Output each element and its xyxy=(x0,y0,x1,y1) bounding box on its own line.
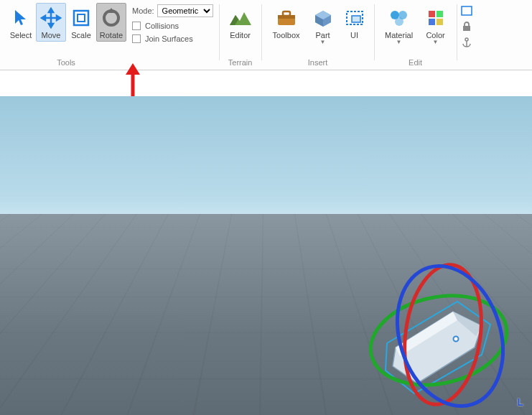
rotate-gizmo[interactable] xyxy=(345,240,518,412)
svg-rect-27 xyxy=(463,26,470,31)
checkbox-icon xyxy=(132,22,141,30)
checkbox-icon xyxy=(132,34,141,43)
svg-marker-5 xyxy=(57,16,60,20)
toolbox-button[interactable]: Toolbox xyxy=(266,3,307,42)
svg-rect-26 xyxy=(462,6,472,15)
group-overflow xyxy=(459,3,473,49)
tool-options: Mode: Geometric Collisions Join Surfaces xyxy=(129,3,218,43)
svg-rect-24 xyxy=(429,19,435,25)
lock-icon[interactable] xyxy=(460,20,473,33)
ribbon-toolbar: Select Move Scale xyxy=(0,0,532,70)
mode-select[interactable]: Geometric xyxy=(157,4,213,17)
group-insert-label: Insert xyxy=(263,58,373,67)
svg-rect-7 xyxy=(78,14,85,22)
group-edit: Material ▼ Color ▼ Edit xyxy=(376,3,455,68)
svg-rect-22 xyxy=(429,11,435,17)
svg-point-28 xyxy=(465,38,468,41)
svg-rect-25 xyxy=(437,19,443,25)
terrain-icon xyxy=(229,6,252,29)
divider xyxy=(261,4,262,60)
group-terrain: Editor Terrain xyxy=(221,3,260,68)
chevron-down-icon: ▼ xyxy=(396,39,402,45)
mode-row: Mode: Geometric xyxy=(132,4,213,17)
move-icon xyxy=(39,6,62,29)
svg-rect-12 xyxy=(283,11,290,16)
svg-rect-6 xyxy=(74,11,88,25)
move-button[interactable]: Move xyxy=(36,3,66,42)
svg-point-21 xyxy=(395,17,403,26)
collisions-checkbox[interactable]: Collisions xyxy=(132,22,213,30)
svg-marker-31 xyxy=(126,63,140,75)
material-icon xyxy=(388,6,411,29)
svg-rect-23 xyxy=(437,11,443,17)
divider xyxy=(457,4,457,60)
svg-rect-18 xyxy=(352,16,360,22)
group-edit-label: Edit xyxy=(376,58,455,67)
cursor-icon xyxy=(9,6,32,29)
select-button[interactable]: Select xyxy=(6,3,36,42)
ribbon-spacer xyxy=(0,70,532,96)
svg-marker-4 xyxy=(42,16,45,20)
svg-marker-3 xyxy=(49,24,53,27)
group-terrain-label: Terrain xyxy=(221,58,260,67)
axis-indicator: L xyxy=(517,396,523,408)
part-button[interactable]: Part ▼ xyxy=(307,3,340,47)
scale-icon xyxy=(70,6,93,29)
rotate-button[interactable]: Rotate xyxy=(96,3,126,42)
toolbox-icon xyxy=(275,6,298,29)
part-icon xyxy=(312,6,335,29)
divider xyxy=(374,4,375,60)
join-surfaces-checkbox[interactable]: Join Surfaces xyxy=(132,34,213,43)
mode-label: Mode: xyxy=(132,6,154,15)
chevron-down-icon: ▼ xyxy=(433,39,439,45)
viewport-3d[interactable]: L xyxy=(0,96,532,415)
ui-button[interactable]: UI xyxy=(340,3,370,42)
terrain-editor-button[interactable]: Editor xyxy=(224,3,257,42)
color-icon xyxy=(424,6,447,29)
svg-marker-2 xyxy=(49,9,53,12)
group-insert: Toolbox Part ▼ UI Insert xyxy=(263,3,373,68)
chevron-down-icon: ▼ xyxy=(320,39,326,45)
scale-button[interactable]: Scale xyxy=(66,3,96,42)
svg-point-35 xyxy=(454,337,459,342)
group-icon[interactable] xyxy=(460,4,473,17)
divider xyxy=(219,4,220,60)
ui-icon xyxy=(343,6,366,29)
group-tools-label: Tools xyxy=(3,58,129,67)
group-tools: Select Move Scale xyxy=(3,3,129,68)
color-button[interactable]: Color ▼ xyxy=(419,3,452,47)
rotate-icon xyxy=(100,6,123,29)
anchor-icon[interactable] xyxy=(460,36,473,49)
material-button[interactable]: Material ▼ xyxy=(379,3,419,47)
